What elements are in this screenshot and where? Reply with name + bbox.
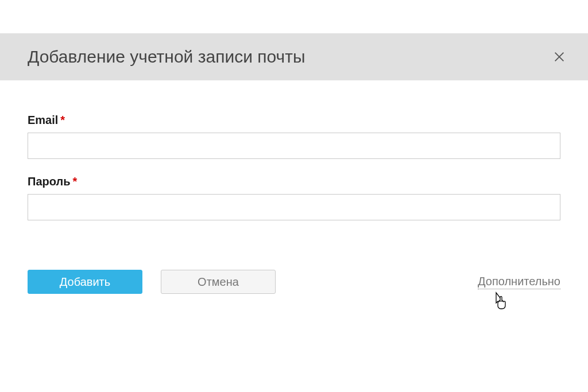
email-label: Email* [28,114,560,127]
dialog-title: Добавление учетной записи почты [28,47,305,67]
advanced-link[interactable]: Дополнительно [478,275,560,289]
pointer-cursor-icon [492,292,508,312]
add-button[interactable]: Добавить [28,270,142,294]
required-asterisk: * [72,175,77,188]
email-label-text: Email [28,114,58,126]
add-email-account-dialog: Добавление учетной записи почты Email* П… [0,33,588,294]
password-input[interactable] [28,194,560,220]
cancel-button[interactable]: Отмена [161,270,276,294]
dialog-header: Добавление учетной записи почты [0,33,588,80]
email-input[interactable] [28,133,560,159]
password-group: Пароль* [28,175,560,220]
dialog-body: Email* Пароль* [0,80,588,220]
dialog-footer: Добавить Отмена Дополнительно [0,236,588,294]
password-label: Пароль* [28,175,560,188]
required-asterisk: * [60,114,65,126]
email-group: Email* [28,114,560,159]
password-label-text: Пароль [28,175,70,188]
close-button[interactable] [551,49,567,65]
close-icon [553,51,566,63]
